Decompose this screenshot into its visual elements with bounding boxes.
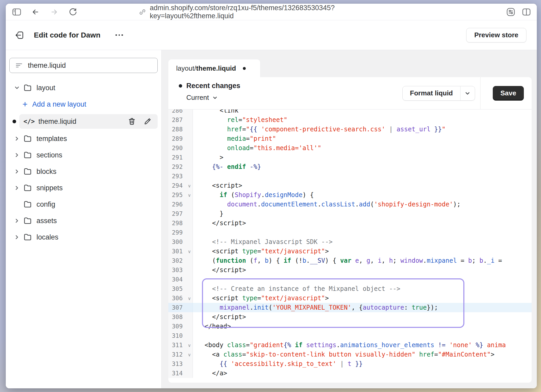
- code-line-288[interactable]: 288 href="{{ 'component-predictive-searc…: [168, 125, 532, 134]
- exit-icon[interactable]: [14, 29, 26, 41]
- chevron-right-icon[interactable]: [13, 168, 21, 175]
- forward-icon[interactable]: [48, 6, 60, 18]
- chevron-right-icon[interactable]: [13, 218, 21, 224]
- fold-chevron-icon[interactable]: ∨: [188, 249, 191, 254]
- code-line-296[interactable]: 296 document.documentElement.classList.a…: [168, 200, 532, 209]
- code-text: if (Shopify.designMode) {: [193, 191, 314, 199]
- line-number: 290: [168, 143, 193, 153]
- chevron-down-icon[interactable]: [13, 85, 21, 91]
- code-text: (function (f, b) { if (!b.__SV) { var e,…: [193, 257, 502, 264]
- code-line-309[interactable]: 309 </head>: [168, 322, 532, 331]
- code-line-290[interactable]: 290 onload="this.media='all'": [168, 143, 532, 153]
- code-text: href="{{ 'component-predictive-search.cs…: [193, 126, 446, 133]
- preview-store-button[interactable]: Preview store: [466, 28, 526, 42]
- sidebar-item-sections[interactable]: sections: [9, 149, 158, 162]
- editor-panel: Recent changes Current Format: [168, 77, 532, 383]
- trash-icon[interactable]: [127, 117, 136, 126]
- sidebar-item-snippets[interactable]: snippets: [9, 181, 158, 194]
- tab-theme-liquid[interactable]: layout/theme.liquid: [168, 59, 260, 77]
- sidebar-item-templates[interactable]: templates: [9, 132, 158, 145]
- format-liquid-chevron[interactable]: [460, 86, 475, 100]
- code-line-312[interactable]: 312∨ <a class="skip-to-content-link butt…: [168, 350, 532, 359]
- code-line-298[interactable]: 298 </script>: [168, 218, 532, 228]
- code-line-305[interactable]: 305 <!-- Create an instance of the Mixpa…: [168, 284, 532, 293]
- desktop-background: admin.shopify.com/store/rzq1xu-f5/themes…: [0, 0, 541, 392]
- split-view-icon[interactable]: [521, 6, 532, 18]
- line-number: 313: [168, 359, 193, 369]
- format-liquid-split-button: Format liquid: [402, 86, 475, 101]
- code-line-294[interactable]: 294∨ <script>: [168, 181, 532, 190]
- line-number: 286: [168, 109, 193, 115]
- code-line-311[interactable]: 311∨ <body class="gradient{% if settings…: [168, 340, 532, 350]
- format-liquid-button[interactable]: Format liquid: [403, 86, 460, 100]
- code-line-314[interactable]: 314 </a>: [168, 369, 532, 378]
- code-line-292[interactable]: 292 {%- endif -%}: [168, 162, 532, 172]
- code-text: <a class="skip-to-content-link button vi…: [193, 351, 495, 358]
- reload-icon[interactable]: [67, 6, 79, 18]
- pencil-icon[interactable]: [143, 117, 152, 126]
- chevron-right-icon[interactable]: [13, 185, 21, 191]
- code-line-304[interactable]: 304: [168, 275, 532, 284]
- line-number: 289: [168, 134, 193, 143]
- save-button[interactable]: Save: [493, 86, 524, 101]
- code-line-303[interactable]: 303 </script>: [168, 265, 532, 275]
- code-line-302[interactable]: 302 (function (f, b) { if (!b.__SV) { va…: [168, 256, 532, 265]
- line-number: 297: [168, 209, 193, 218]
- sidebar-item-blocks[interactable]: blocks: [9, 165, 158, 178]
- code-text: <body class="gradient{% if settings.anim…: [193, 341, 506, 349]
- code-line-301[interactable]: 301∨ <script type="text/javascript">: [168, 247, 532, 256]
- fold-chevron-icon[interactable]: ∨: [188, 193, 191, 198]
- page-settings-icon[interactable]: [505, 6, 517, 18]
- chevron-down-icon: [464, 90, 471, 96]
- fold-chevron-icon[interactable]: ∨: [188, 296, 191, 301]
- code-line-310[interactable]: 310: [168, 331, 532, 340]
- sidebar-item-locales[interactable]: locales: [9, 231, 158, 244]
- code-line-289[interactable]: 289 media="print": [168, 134, 532, 143]
- code-line-287[interactable]: 287 rel="stylesheet": [168, 115, 532, 125]
- more-options-dots[interactable]: [115, 30, 123, 40]
- chevron-right-icon[interactable]: [13, 152, 21, 158]
- file-search-box[interactable]: [9, 58, 158, 73]
- line-number: 288: [168, 125, 193, 134]
- code-text: </script>: [193, 266, 246, 274]
- code-line-313[interactable]: 313 {{ 'accessibility.skip_to_text' | t …: [168, 359, 532, 369]
- code-line-299[interactable]: 299: [168, 228, 532, 237]
- line-number: 312∨: [168, 350, 193, 359]
- code-line-306[interactable]: 306∨ <script type="text/javascript">: [168, 293, 532, 303]
- code-text: }: [193, 210, 223, 217]
- back-icon[interactable]: [30, 6, 41, 18]
- chevron-right-icon[interactable]: [13, 234, 21, 240]
- code-line-308[interactable]: 308 </script>: [168, 312, 532, 322]
- code-text: <script type="text/javascript">: [193, 248, 329, 255]
- version-dropdown[interactable]: Current: [186, 94, 240, 102]
- line-number: 301∨: [168, 247, 193, 256]
- sidebar-item-layout[interactable]: layout: [9, 81, 158, 94]
- code-line-300[interactable]: 300 <!-- Mixpanel Javascript SDK -->: [168, 237, 532, 247]
- address-bar[interactable]: admin.shopify.com/store/rzq1xu-f5/themes…: [139, 4, 404, 20]
- toolbar-divider: [480, 77, 481, 109]
- code-line-297[interactable]: 297 }: [168, 209, 532, 218]
- sidebar-item-config[interactable]: config: [9, 198, 158, 211]
- sidebar-toggle-icon[interactable]: [11, 6, 22, 18]
- code-text: mixpanel.init('YOUR_MIXPANEL_TOKEN', {au…: [193, 304, 438, 311]
- code-line-307[interactable]: 307 mixpanel.init('YOUR_MIXPANEL_TOKEN',…: [168, 303, 532, 312]
- code-line-291[interactable]: 291 >: [168, 153, 532, 162]
- line-number: 303: [168, 265, 193, 275]
- code-text: <!-- Mixpanel Javascript SDK -->: [193, 238, 333, 246]
- code-line-286[interactable]: 286 <link: [168, 109, 532, 115]
- fold-chevron-icon[interactable]: ∨: [188, 183, 191, 188]
- fold-chevron-icon[interactable]: ∨: [188, 352, 191, 357]
- sidebar-item-assets[interactable]: assets: [9, 214, 158, 227]
- code-line-295[interactable]: 295∨ if (Shopify.designMode) {: [168, 190, 532, 200]
- fold-chevron-icon[interactable]: ∨: [188, 343, 191, 348]
- line-number: 292: [168, 162, 193, 172]
- sidebar-item-add-a-new-layout[interactable]: +Add a new layout: [9, 98, 158, 111]
- line-number: 296: [168, 200, 193, 209]
- code-line-293[interactable]: 293: [168, 172, 532, 181]
- code-text: {{ 'accessibility.skip_to_text' | t }}: [193, 360, 363, 368]
- code-editor[interactable]: 286 <link287 rel="stylesheet"288 href="{…: [168, 109, 532, 383]
- chevron-right-icon[interactable]: [13, 136, 21, 142]
- modified-dot: [13, 120, 16, 123]
- sidebar-item-theme-liquid[interactable]: </>theme.liquid: [9, 114, 158, 129]
- search-input[interactable]: [28, 62, 152, 70]
